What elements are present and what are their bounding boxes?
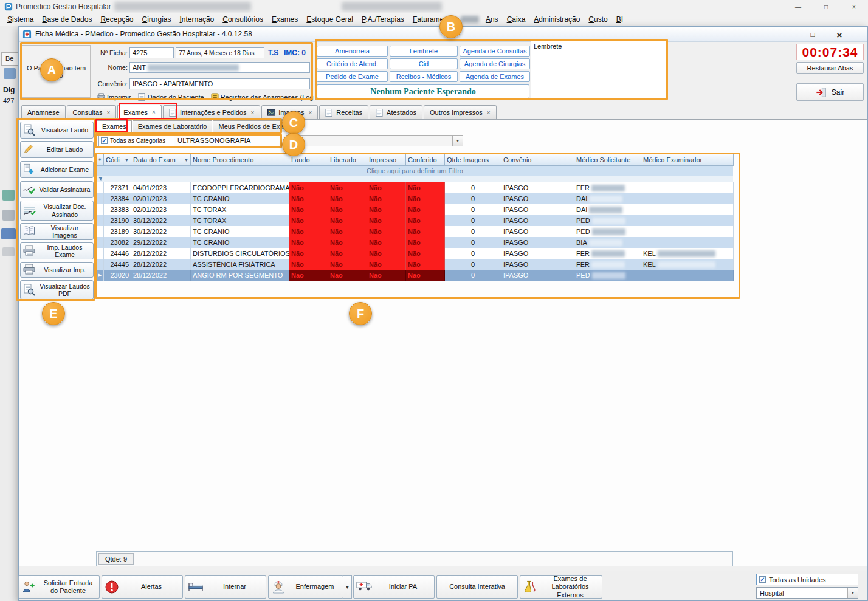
sidebar-button-adicionar-exame[interactable]: Adicionar Exame — [20, 161, 94, 178]
menu-item-internacao[interactable]: Internação — [176, 15, 219, 24]
enfermagem-dropdown-arrow[interactable]: ▼ — [343, 575, 352, 599]
sidebar-button-visualizar-imagens[interactable]: Visualizar Imagens — [20, 223, 94, 240]
maximize-icon[interactable]: □ — [805, 30, 821, 39]
menu-item-consultorios[interactable]: Consultórios — [218, 15, 267, 24]
quick-button-amenorreia[interactable]: Amenorreia — [317, 46, 388, 57]
quick-button-agenda-de-cirurgias[interactable]: Agenda de Cirurgias — [460, 58, 530, 69]
menu-item-caixa[interactable]: Caixa — [503, 15, 530, 24]
column-header-medico-examinador[interactable]: Médico Examinador — [641, 154, 734, 166]
quick-button-agenda-de-consultas[interactable]: Agenda de Consultas — [460, 46, 530, 57]
quick-button-criterio-de-atend[interactable]: Critério de Atend. — [317, 58, 388, 69]
column-header-convenio[interactable]: Convênio — [501, 154, 574, 166]
restaurar-abas-button[interactable]: Restaurar Abas — [796, 62, 864, 74]
todas-unidades-checkbox[interactable]: ✓ Todas as Unidades — [756, 574, 858, 585]
menu-item-ans[interactable]: Ans — [481, 15, 503, 24]
menu-item-sistema[interactable]: Sistema — [3, 15, 38, 24]
quick-button-cid[interactable]: Cid — [390, 58, 458, 69]
table-row[interactable]: ▶2302028/12/2022ANGIO RM POR SEGMENTONão… — [97, 270, 733, 281]
column-header-codi[interactable]: Códi▼ — [104, 154, 131, 166]
bottom-button-exames-de-laboratorios-externos[interactable]: Exames de Laboratórios Externos — [520, 575, 602, 599]
tab-close-icon[interactable]: × — [308, 109, 312, 116]
menu-item-recepcao[interactable]: Recepção — [96, 15, 137, 24]
menu-item-faturamento[interactable]: Faturamento — [408, 15, 458, 24]
sidebar-button-visualizar-doc-assinado[interactable]: Visualizar Doc. Assinado — [20, 201, 94, 221]
cell-medico-solicitante: PED — [574, 215, 641, 226]
tab-close-icon[interactable]: × — [152, 109, 156, 115]
quick-button-pedido-de-exame[interactable]: Pedido de Exame — [317, 71, 388, 82]
sidebar-button-visualizar-imp[interactable]: Visualizar Imp. — [20, 262, 94, 278]
bottom-button-internar[interactable]: Internar — [185, 575, 266, 599]
bottom-button-consulta-interativa[interactable]: Consulta Interativa — [436, 575, 518, 599]
menu-item-bi[interactable]: BI — [612, 15, 627, 24]
tab-internacoes-e-pedidos[interactable]: Internações e Pedidos× — [163, 105, 260, 119]
nome-input[interactable]: ANT — [129, 62, 310, 73]
tab-outros-impressos[interactable]: Outros Impressos× — [424, 105, 497, 119]
maximize-button[interactable]: □ — [812, 0, 840, 13]
sidebar-button-visualizar-laudos-pdf[interactable]: Visualizar Laudos PDF — [20, 280, 94, 300]
bottom-button-enfermagem[interactable]: Enfermagem — [268, 575, 343, 599]
tab-close-icon[interactable]: × — [250, 109, 254, 116]
unit-select[interactable]: Hospital ▼ — [756, 587, 858, 599]
sidebar-button-editar-laudo[interactable]: Editar Laudo — [20, 141, 94, 158]
bottom-button-iniciar-pa[interactable]: Iniciar PA — [353, 575, 435, 599]
subtab-exames[interactable]: Exames — [97, 120, 132, 132]
todas-categorias-checkbox[interactable]: ✓ Todas as Categorias — [98, 135, 174, 146]
grid-filter-hint[interactable]: Clique aqui para definir um Filtro — [97, 166, 733, 176]
quick-button-agenda-de-exames[interactable]: Agenda de Exames — [460, 71, 530, 82]
minimize-button[interactable]: — — [784, 0, 812, 13]
menu-item-custo[interactable]: Custo — [584, 15, 611, 24]
sidebar-button-validar-assinatura[interactable]: Validar Assinatura — [20, 181, 94, 198]
menu-item-estoque-geral[interactable]: Estoque Geral — [302, 15, 357, 24]
table-row[interactable]: 2737104/01/2023ECODOPPLERCARDIOGRAMANãoN… — [97, 182, 733, 193]
tab-anamnese[interactable]: Anamnese — [21, 105, 66, 119]
menu-item-exames[interactable]: Exames — [267, 15, 302, 24]
ficha-input[interactable]: 4275 — [129, 47, 174, 58]
menu-item-cirurgias[interactable]: Cirurgias — [137, 15, 175, 24]
sair-button[interactable]: Sair — [796, 83, 864, 101]
column-header-medico-solicitante[interactable]: Médico Solicitante — [574, 154, 641, 166]
column-header-nome-procedimento[interactable]: Nome Procedimento — [191, 154, 289, 166]
bottom-button-solicitar-entrada-do-paciente[interactable]: Solicitar Entrada do Paciente — [18, 575, 100, 599]
tab-consultas[interactable]: Consultas× — [67, 105, 117, 119]
menu-item-p-a-terapias[interactable]: P.A./Terapias — [357, 15, 408, 24]
redacted-text — [591, 250, 625, 257]
tab-atestados[interactable]: Atestados — [370, 105, 422, 119]
grid-filter-row[interactable] — [97, 176, 733, 182]
table-row[interactable]: 2444528/12/2022ASSISTÊNCIA FISIÁTRICANão… — [97, 259, 733, 270]
table-row[interactable]: 2444628/12/2022DISTÚRBIOS CIRCULATÓRIOSN… — [97, 248, 733, 259]
tab-imagens[interactable]: Imagens× — [261, 105, 318, 119]
column-header-liberado[interactable]: Liberado — [328, 154, 367, 166]
sidebar-button-imp-laudos-exame[interactable]: Imp. Laudos Exame — [20, 242, 94, 259]
tab-exames[interactable]: Exames× — [117, 105, 162, 119]
convenio-input[interactable]: IPASGO - APARTAMENTO — [129, 78, 310, 89]
table-row[interactable]: 2338302/01/2023TC TORAXNãoNãoNãoNão0IPAS… — [97, 204, 733, 215]
dados-paciente-button[interactable]: Dados do Paciente — [138, 93, 208, 101]
column-header-impresso[interactable]: Impresso — [367, 154, 406, 166]
subtab-meus-pedidos-de-exame[interactable]: Meus Pedidos de Exame — [213, 120, 298, 132]
close-button[interactable]: × — [840, 0, 868, 13]
tab-close-icon[interactable]: × — [107, 109, 111, 116]
minimize-icon[interactable]: — — [778, 30, 794, 39]
column-header-conferido[interactable]: Conferido — [406, 154, 445, 166]
bottom-button-alertas[interactable]: Alertas — [102, 575, 183, 599]
close-icon[interactable]: × — [832, 30, 847, 40]
table-row[interactable]: 2319030/12/2022TC TORAXNãoNãoNãoNão0IPAS… — [97, 215, 733, 226]
tab-close-icon[interactable]: × — [487, 109, 491, 116]
table-row[interactable]: 2338402/01/2023TC CRANIONãoNãoNãoNão0IPA… — [97, 193, 733, 204]
subtab-exames-de-laboratorio[interactable]: Exames de Laboratório — [133, 120, 213, 132]
quick-button-lembrete[interactable]: Lembrete — [390, 46, 458, 57]
column-header-laudo[interactable]: Laudo — [289, 154, 328, 166]
column-header-data-do-exam[interactable]: Data do Exam▼ — [131, 154, 191, 166]
imprimir-button[interactable]: Imprimir — [97, 93, 136, 101]
table-row[interactable]: 2308229/12/2022TC CRANIONãoNãoNãoNão0IPA… — [97, 237, 733, 248]
table-row[interactable]: 2318930/12/2022TC CRANIONãoNãoNãoNão0IPA… — [97, 226, 733, 237]
category-combobox[interactable]: ▼ — [286, 135, 463, 146]
registros-anamneses-button[interactable]: Registros das Anamneses (Log — [211, 93, 318, 101]
ts-button[interactable]: T.S — [268, 49, 278, 57]
sidebar-button-visualizar-laudo[interactable]: Visualizar Laudo — [20, 122, 94, 139]
menu-item-base-de-dados[interactable]: Base de Dados — [38, 15, 96, 24]
column-header-qtde-imagens[interactable]: Qtde Imagens — [445, 154, 501, 166]
menu-item-administracao[interactable]: Administração — [529, 15, 584, 24]
quick-button-recibos-medicos[interactable]: Recibos - Médicos — [390, 71, 458, 82]
tab-receitas[interactable]: Receitas — [319, 105, 368, 119]
